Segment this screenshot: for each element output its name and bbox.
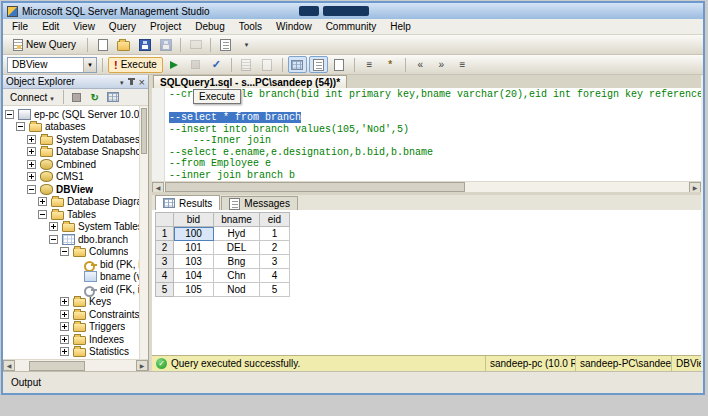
menu-debug[interactable]: Debug <box>188 20 231 33</box>
menu-window[interactable]: Window <box>269 20 319 33</box>
tree-item-server[interactable]: ep-pc (SQL Server 10.0.1600 - san <box>3 108 139 121</box>
scrollbar-thumb[interactable] <box>165 182 465 192</box>
row-header[interactable]: 2 <box>156 241 174 255</box>
grid-cell[interactable]: Nod <box>214 283 260 297</box>
scrollbar-thumb[interactable] <box>29 361 85 371</box>
tab-sqlquery1[interactable]: SQLQuery1.sql - s...PC\sandeep (54))* <box>153 75 347 88</box>
grid-cell[interactable]: 103 <box>174 255 214 269</box>
output-panel[interactable]: Output <box>3 371 703 393</box>
row-header[interactable]: 4 <box>156 269 174 283</box>
column-header-bid[interactable]: bid <box>174 213 214 227</box>
scroll-left-arrow[interactable]: ◀ <box>3 360 15 371</box>
tree-vertical-scrollbar[interactable] <box>139 106 148 359</box>
save-all-button[interactable] <box>156 36 175 53</box>
new-query-button[interactable]: New Query <box>7 37 82 53</box>
grid-cell[interactable]: 101 <box>174 241 214 255</box>
grid-corner[interactable] <box>156 213 174 227</box>
scrollbar-thumb[interactable] <box>141 108 147 154</box>
tree-item-keys[interactable]: Keys <box>3 296 139 309</box>
grid-cell[interactable]: 100 <box>174 227 214 241</box>
scroll-right-arrow[interactable]: ▶ <box>136 360 148 371</box>
expand-icon[interactable] <box>60 297 69 306</box>
row-header[interactable]: 3 <box>156 255 174 269</box>
collapse-icon[interactable] <box>49 235 58 244</box>
grid-cell[interactable]: DEL <box>214 241 260 255</box>
expand-icon[interactable] <box>49 222 58 231</box>
available-databases-combo[interactable]: DBView ▾ <box>7 57 97 73</box>
tab-results[interactable]: Results <box>155 195 220 210</box>
expand-icon[interactable] <box>60 310 69 319</box>
menu-tools[interactable]: Tools <box>232 20 269 33</box>
new-file-button[interactable] <box>93 36 112 53</box>
expand-icon[interactable] <box>27 147 36 156</box>
expand-icon[interactable] <box>60 347 69 356</box>
row-header[interactable]: 5 <box>156 283 174 297</box>
expand-icon[interactable] <box>27 135 36 144</box>
tree-item-triggers[interactable]: Triggers <box>3 321 139 334</box>
results-to-file-button[interactable] <box>330 56 349 73</box>
tree-item-column-bname[interactable]: bname (varchar(2 <box>3 271 139 284</box>
estimated-plan-button[interactable] <box>237 56 256 73</box>
collapse-icon[interactable] <box>5 110 14 119</box>
uncomment-button[interactable] <box>381 56 400 73</box>
collapse-icon[interactable] <box>38 210 47 219</box>
collapse-icon[interactable] <box>60 247 69 256</box>
open-file-button[interactable] <box>114 36 133 53</box>
grid-cell[interactable]: Chn <box>214 269 260 283</box>
results-to-grid-button[interactable] <box>288 56 307 73</box>
outdent-button[interactable] <box>411 56 430 73</box>
indent-button[interactable] <box>432 56 451 73</box>
parse-button[interactable] <box>207 56 226 73</box>
menu-view[interactable]: View <box>66 20 102 33</box>
column-header-eid[interactable]: eid <box>260 213 290 227</box>
menu-help[interactable]: Help <box>383 20 418 33</box>
grid-cell[interactable]: 3 <box>260 255 290 269</box>
grid-cell[interactable]: Bng <box>214 255 260 269</box>
tree-item-database-snapshots[interactable]: Database Snapshots <box>3 146 139 159</box>
tree-item-cmbined[interactable]: Cmbined <box>3 158 139 171</box>
tab-messages[interactable]: Messages <box>221 196 298 210</box>
refresh-button[interactable] <box>87 89 103 106</box>
tree-item-indexes[interactable]: Indexes <box>3 333 139 346</box>
grid-cell[interactable]: 5 <box>260 283 290 297</box>
tree-item-dbview[interactable]: DBView <box>3 183 139 196</box>
grid-cell[interactable]: 2 <box>260 241 290 255</box>
tree-item-system-databases[interactable]: System Databases <box>3 133 139 146</box>
tree-item-constraints[interactable]: Constraints <box>3 308 139 321</box>
collapse-icon[interactable] <box>27 185 36 194</box>
expand-icon[interactable] <box>27 172 36 181</box>
tree-item-system-tables[interactable]: System Tables <box>3 221 139 234</box>
execute-button[interactable]: Execute <box>108 57 163 73</box>
disconnect-button[interactable] <box>69 89 85 106</box>
menu-community[interactable]: Community <box>319 20 384 33</box>
save-button[interactable] <box>135 36 154 53</box>
query-options-button[interactable] <box>258 56 277 73</box>
expand-icon[interactable] <box>60 335 69 344</box>
cancel-query-button[interactable] <box>186 56 205 73</box>
menu-project[interactable]: Project <box>143 20 188 33</box>
row-header[interactable]: 1 <box>156 227 174 241</box>
grid-cell[interactable]: 105 <box>174 283 214 297</box>
expand-icon[interactable] <box>60 322 69 331</box>
specify-values-button[interactable] <box>453 56 472 73</box>
tree-item-column-bid[interactable]: bid (PK, int, not n <box>3 258 139 271</box>
expand-icon[interactable] <box>38 197 47 206</box>
grid-cell[interactable]: Hyd <box>214 227 260 241</box>
scroll-right-arrow[interactable]: ▶ <box>689 182 701 193</box>
grid-cell[interactable]: 1 <box>260 227 290 241</box>
tree-horizontal-scrollbar[interactable]: ◀ ▶ <box>3 359 148 371</box>
pin-icon[interactable] <box>130 78 133 85</box>
expand-icon[interactable] <box>27 160 36 169</box>
menu-query[interactable]: Query <box>102 20 143 33</box>
editor-horizontal-scrollbar[interactable]: ◀ ▶ <box>152 181 701 192</box>
tree-item-database-diagrams[interactable]: Database Diagrams <box>3 196 139 209</box>
menu-file[interactable]: File <box>5 20 35 33</box>
connect-button[interactable]: Connect <box>6 91 58 104</box>
sql-editor[interactable]: --create table branch(bid int primary ke… <box>152 88 701 181</box>
close-button[interactable] <box>139 76 145 88</box>
tree-item-columns[interactable]: Columns <box>3 246 139 259</box>
results-to-text-button[interactable] <box>309 56 328 73</box>
comment-button[interactable] <box>360 56 379 73</box>
filter-button[interactable] <box>105 89 121 106</box>
collapse-icon[interactable] <box>16 122 25 131</box>
